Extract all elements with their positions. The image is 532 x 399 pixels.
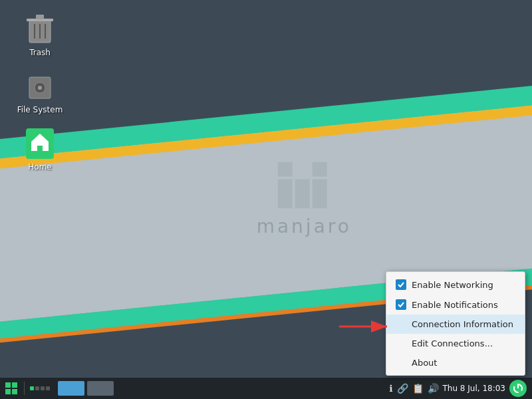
trash-icon-desktop[interactable]: Trash <box>13 13 66 57</box>
desktop-dot-2 <box>35 386 39 390</box>
desktop-dot-4 <box>46 386 50 390</box>
power-button[interactable] <box>509 380 527 397</box>
info-tray-icon[interactable]: ℹ <box>389 383 392 394</box>
desktop: manjaro Trash <box>0 0 532 399</box>
taskbar-center <box>53 381 389 396</box>
svg-marker-23 <box>31 134 49 151</box>
context-menu: Enable Networking Enable Notifications C… <box>386 271 525 376</box>
svg-rect-13 <box>312 180 327 209</box>
desktop-dot-3 <box>41 386 45 390</box>
window-button-2[interactable] <box>87 381 114 396</box>
svg-rect-12 <box>312 162 327 177</box>
arrow-indicator <box>339 317 392 339</box>
volume-tray-icon[interactable]: 🔊 <box>428 383 439 394</box>
svg-rect-27 <box>12 389 17 394</box>
logo-text: manjaro <box>257 215 352 237</box>
menu-label-about: About <box>412 358 437 368</box>
window-button-1[interactable] <box>58 381 84 396</box>
menu-label-enable-notifications: Enable Notifications <box>412 300 498 310</box>
trash-icon <box>24 13 56 45</box>
home-icon <box>24 128 56 160</box>
clock: Thu 8 Jul, 18:03 <box>443 384 506 393</box>
menu-item-enable-notifications[interactable]: Enable Notifications <box>386 295 525 315</box>
filesystem-label: File System <box>17 105 63 114</box>
filesystem-icon-desktop[interactable]: File System <box>13 70 66 114</box>
taskbar-right: ℹ 🔗 📋 🔊 Thu 8 Jul, 18:03 <box>389 380 532 397</box>
menu-item-enable-networking[interactable]: Enable Networking <box>386 275 525 295</box>
lock-tray-icon[interactable]: 🔗 <box>397 383 408 394</box>
home-label: Home <box>28 162 51 172</box>
desktop-icon-area: Trash File System Home <box>13 13 66 172</box>
svg-rect-24 <box>5 382 11 388</box>
svg-rect-25 <box>12 382 17 388</box>
menu-item-about[interactable]: About <box>386 353 525 372</box>
desktop-dot-1 <box>30 386 34 390</box>
menu-item-edit-connections[interactable]: Edit Connections... <box>386 334 525 353</box>
menu-label-enable-networking: Enable Networking <box>412 280 493 290</box>
taskbar: ℹ 🔗 📋 🔊 Thu 8 Jul, 18:03 <box>0 378 532 399</box>
menu-label-connection-information: Connection Information <box>412 319 513 329</box>
svg-rect-9 <box>277 162 292 177</box>
checkbox-enable-networking <box>396 279 406 290</box>
checkbox-enable-notifications <box>396 299 406 310</box>
svg-point-22 <box>38 86 42 90</box>
svg-rect-26 <box>5 389 11 394</box>
svg-rect-16 <box>36 15 44 19</box>
manjaro-logo: manjaro <box>257 162 352 237</box>
taskbar-separator-1 <box>24 382 25 395</box>
home-icon-desktop[interactable]: Home <box>13 128 66 172</box>
svg-rect-10 <box>277 180 292 209</box>
menu-item-connection-information[interactable]: Connection Information <box>386 315 525 334</box>
menu-label-edit-connections: Edit Connections... <box>412 338 493 348</box>
filesystem-icon <box>24 70 56 102</box>
clipboard-tray-icon[interactable]: 📋 <box>412 383 424 394</box>
desktop-switcher[interactable] <box>27 386 53 390</box>
taskbar-left <box>0 379 53 398</box>
svg-rect-11 <box>295 180 309 209</box>
trash-label: Trash <box>29 48 51 57</box>
application-menu-button[interactable] <box>3 379 21 398</box>
